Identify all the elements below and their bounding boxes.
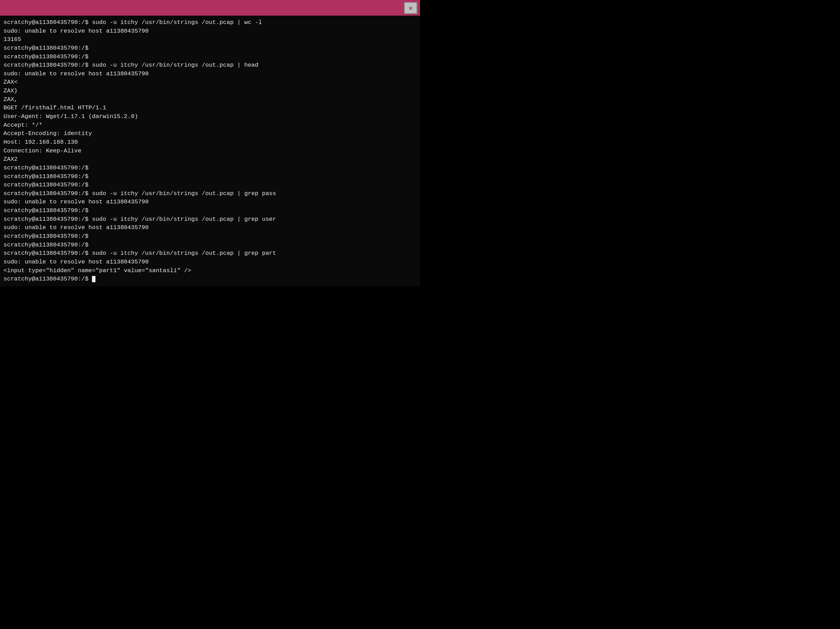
cursor xyxy=(92,276,95,282)
terminal-line: scratchy@a11380435790:/$ xyxy=(3,207,88,214)
terminal-line: scratchy@a11380435790:/$ xyxy=(3,233,88,240)
terminal-line: scratchy@a11380435790:/$ sudo -u itchy /… xyxy=(3,62,259,68)
terminal-line: scratchy@a11380435790:/$ sudo -u itchy /… xyxy=(3,250,276,256)
terminal-line: scratchy@a11380435790:/$ sudo -u itchy /… xyxy=(3,190,276,197)
terminal-line: ZAX2 xyxy=(3,156,18,163)
terminal-line: Accept: */* xyxy=(3,122,43,128)
terminal-line: scratchy@a11380435790:/$ xyxy=(3,164,88,171)
terminal-line: <input type="hidden" name="part1" value=… xyxy=(3,267,191,274)
terminal-line: scratchy@a11380435790:/$ xyxy=(3,45,88,51)
terminal-line: scratchy@a11380435790:/$ xyxy=(3,173,88,180)
terminal-line: scratchy@a11380435790:/$ xyxy=(3,242,88,248)
window: ✕ scratchy@a11380435790:/$ sudo -u itchy… xyxy=(0,0,420,286)
terminal-line: scratchy@a11380435790:/$ sudo -u itchy /… xyxy=(3,216,276,223)
terminal-line: scratchy@a11380435790:/$ xyxy=(3,182,88,188)
terminal-line: sudo: unable to resolve host a1138043579… xyxy=(3,28,148,34)
terminal-line: ZAX} xyxy=(3,87,18,94)
terminal-line: ZAX< xyxy=(3,79,18,85)
terminal-line: User-Agent: Wget/1.17.1 (darwin15.2.0) xyxy=(3,113,138,120)
terminal-line: Accept-Encoding: identity xyxy=(3,130,92,137)
terminal-line: ZAX, xyxy=(3,96,18,103)
terminal-line: sudo: unable to resolve host a1138043579… xyxy=(3,259,148,265)
terminal-line: 13165 xyxy=(3,36,21,43)
title-bar: ✕ xyxy=(0,0,420,16)
terminal-line: BGET /firsthalf.html HTTP/1.1 xyxy=(3,104,106,111)
close-button[interactable]: ✕ xyxy=(404,2,417,14)
terminal-line: scratchy@a11380435790:/$ xyxy=(3,276,92,282)
terminal-line: sudo: unable to resolve host a1138043579… xyxy=(3,199,148,205)
terminal-body[interactable]: scratchy@a11380435790:/$ sudo -u itchy /… xyxy=(0,16,420,286)
terminal-line: sudo: unable to resolve host a1138043579… xyxy=(3,71,148,77)
terminal-line: Connection: Keep-Alive xyxy=(3,147,81,154)
terminal-line: Host: 192.168.188.130 xyxy=(3,139,78,145)
terminal-line: sudo: unable to resolve host a1138043579… xyxy=(3,224,148,231)
terminal-line: scratchy@a11380435790:/$ sudo -u itchy /… xyxy=(3,19,262,26)
terminal-line: scratchy@a11380435790:/$ xyxy=(3,54,88,60)
